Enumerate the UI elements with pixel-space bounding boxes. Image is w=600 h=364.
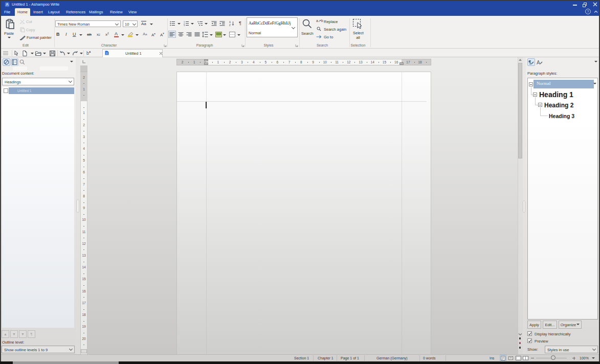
svg-text:Z: Z [229,24,231,27]
svg-text:A: A [229,21,231,24]
svg-text:3: 3 [184,24,185,26]
svg-text:A: A [537,60,540,65]
svg-text:¶: ¶ [528,59,531,65]
